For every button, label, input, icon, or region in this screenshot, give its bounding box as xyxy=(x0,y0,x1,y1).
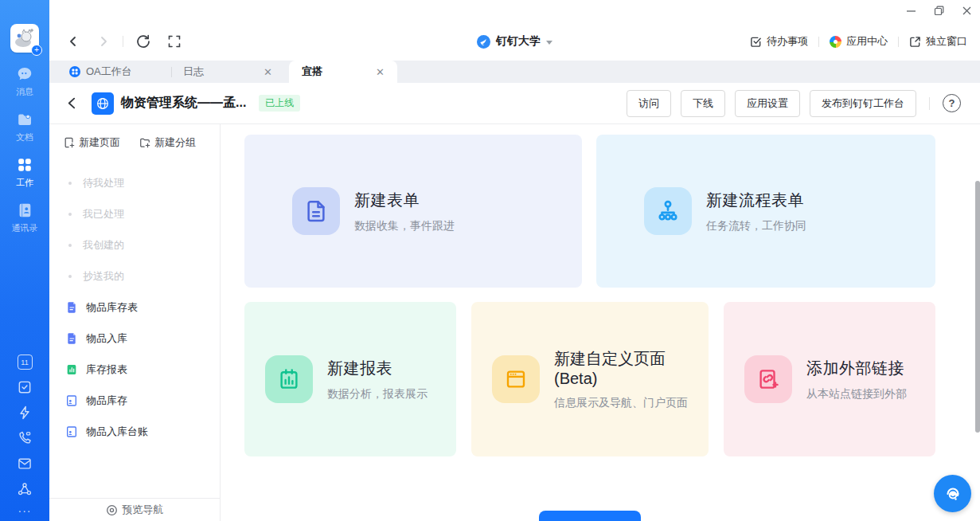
contacts-book-icon xyxy=(16,202,33,219)
todo-check-icon[interactable] xyxy=(17,379,33,395)
nav-right: 待办事项 应用中心 独立窗口 xyxy=(750,22,967,61)
restore-button[interactable] xyxy=(934,6,944,16)
publish-button[interactable]: 发布到钉钉工作台 xyxy=(810,90,916,117)
share-network-icon[interactable] xyxy=(17,481,33,497)
form-page-icon xyxy=(65,332,78,345)
todo-menu[interactable]: 待办事项 xyxy=(750,34,808,49)
tab-oa-workbench[interactable]: OA工作台 xyxy=(60,61,171,83)
rail-item-docs[interactable]: 文档 xyxy=(0,111,49,143)
help-icon[interactable]: ? xyxy=(943,94,961,112)
card-subtitle: 任务流转，工作协同 xyxy=(706,219,806,233)
status-badge: 已上线 xyxy=(259,95,300,112)
page-item-label: 物品库存 xyxy=(86,394,127,408)
form-page-icon xyxy=(65,301,78,314)
panel-actions: 新建页面 新建分组 xyxy=(49,124,220,150)
list-item-created[interactable]: 我创建的 xyxy=(49,229,220,260)
rail-item-label: 文档 xyxy=(16,131,33,143)
primary-action-button-clipped[interactable] xyxy=(539,511,641,521)
divider xyxy=(818,37,819,47)
rail-item-work[interactable]: 工作 xyxy=(0,156,49,189)
card-title: 新建流程表单 xyxy=(706,190,806,211)
rail-tools: 11 ··· xyxy=(17,355,33,515)
page-item-inbound-ledger[interactable]: 物品入库台账 xyxy=(49,416,220,447)
window-controls xyxy=(906,6,972,16)
tab-yida-active[interactable]: 宜搭 ✕ xyxy=(289,61,397,83)
new-page-icon xyxy=(64,137,75,148)
card-new-report[interactable]: 新建报表 数据分析，报表展示 xyxy=(244,302,456,456)
close-tab-icon[interactable]: ✕ xyxy=(376,66,385,78)
rail-item-label: 消息 xyxy=(16,86,33,98)
list-item-processed[interactable]: 我已处理 xyxy=(49,198,220,229)
user-avatar[interactable]: + xyxy=(10,24,39,53)
content-area: 新建表单 数据收集，事件跟进 新建流程表单 任务流转，工作协同 xyxy=(221,124,980,521)
close-tab-icon[interactable]: ✕ xyxy=(264,66,272,78)
page-item-inventory-custom[interactable]: 物品库存 xyxy=(49,385,220,416)
headset-icon xyxy=(942,483,964,505)
main-area: 钉钉大学 待办事项 应用中心 独立窗口 xyxy=(49,0,980,521)
new-page-button[interactable]: 新建页面 xyxy=(64,135,120,150)
page-item-inbound[interactable]: 物品入库 xyxy=(49,323,220,354)
more-icon[interactable]: ··· xyxy=(18,507,32,515)
offline-button[interactable]: 下线 xyxy=(681,90,725,117)
app-actions: 访问 下线 应用设置 发布到钉钉工作台 ? xyxy=(627,90,961,117)
app-settings-button[interactable]: 应用设置 xyxy=(735,90,800,117)
workspace-name: 钉钉大学 xyxy=(496,34,541,49)
rail-item-contacts[interactable]: 通讯录 xyxy=(0,202,49,234)
app-center-label: 应用中心 xyxy=(846,34,888,49)
list-item-label: 待我处理 xyxy=(83,176,124,190)
customer-support-float-button[interactable] xyxy=(934,475,971,512)
visit-button[interactable]: 访问 xyxy=(627,90,671,117)
divider xyxy=(898,37,899,47)
new-group-button[interactable]: 新建分组 xyxy=(139,135,196,150)
standalone-window-label: 独立窗口 xyxy=(926,34,967,49)
app-header: 物资管理系统——孟... 已上线 访问 下线 应用设置 发布到钉钉工作台 ? xyxy=(49,83,980,124)
folder-icon xyxy=(16,111,33,128)
rail-item-label: 工作 xyxy=(16,177,33,189)
tab-label: 宜搭 xyxy=(302,65,322,79)
card-add-external-link[interactable]: 添加外部链接 从本站点链接到外部 xyxy=(724,302,935,456)
page-panel: 新建页面 新建分组 待我处理 我已处理 我创建的 抄送我的 xyxy=(49,124,221,521)
rail-item-label: 通讯录 xyxy=(12,222,38,234)
card-subtitle: 信息展示及导航、门户页面 xyxy=(554,396,709,410)
calendar-icon[interactable]: 11 xyxy=(18,355,33,370)
tab-label: OA工作台 xyxy=(86,65,132,79)
close-button[interactable] xyxy=(962,6,972,16)
back-to-list-icon[interactable] xyxy=(65,96,79,110)
oa-grid-icon xyxy=(69,66,80,77)
page-item-label: 物品入库 xyxy=(86,331,127,346)
list-item-label: 我已处理 xyxy=(83,207,124,221)
list-item-label: 我创建的 xyxy=(83,238,124,253)
list-item-cc[interactable]: 抄送我的 xyxy=(49,260,220,292)
workspace-icon xyxy=(477,35,490,49)
page-item-inventory-report[interactable]: 库存报表 xyxy=(49,354,220,385)
form-doc-icon xyxy=(292,187,340,235)
lightning-icon[interactable] xyxy=(17,405,33,421)
tab-log[interactable]: 日志 ✕ xyxy=(172,61,283,83)
list-item-pending[interactable]: 待我处理 xyxy=(49,167,220,198)
new-page-label: 新建页面 xyxy=(79,135,120,150)
app-center-icon xyxy=(830,36,841,48)
card-new-custom-page[interactable]: 新建自定义页面(Beta) 信息展示及导航、门户页面 xyxy=(471,302,709,456)
call-icon[interactable] xyxy=(17,430,33,446)
app-globe-icon[interactable] xyxy=(92,92,114,115)
work-grid-icon xyxy=(16,156,33,174)
app-center-menu[interactable]: 应用中心 xyxy=(830,34,888,49)
report-page-icon xyxy=(65,363,78,376)
card-title: 添加外部链接 xyxy=(806,358,907,379)
preview-nav-button[interactable]: 预览导航 xyxy=(49,498,220,521)
rail-item-messages[interactable]: 消息 xyxy=(0,65,49,98)
preview-nav-label: 预览导航 xyxy=(123,503,164,517)
standalone-window-menu[interactable]: 独立窗口 xyxy=(909,34,967,49)
page-item-inventory-table[interactable]: 物品库存表 xyxy=(49,292,220,323)
card-new-form[interactable]: 新建表单 数据收集，事件跟进 xyxy=(244,135,582,288)
card-subtitle: 数据分析，报表展示 xyxy=(327,387,428,402)
card-title: 新建报表 xyxy=(327,358,428,379)
card-new-flow-form[interactable]: 新建流程表单 任务流转，工作协同 xyxy=(596,135,935,288)
tab-strip: OA工作台 日志 ✕ 宜搭 ✕ xyxy=(49,61,980,83)
vertical-scrollbar-thumb[interactable] xyxy=(975,181,980,433)
minimize-button[interactable] xyxy=(906,6,916,16)
avatar-add-badge[interactable]: + xyxy=(31,45,42,56)
mail-icon[interactable] xyxy=(17,456,33,472)
chat-bubble-icon xyxy=(16,65,33,83)
app-title: 物资管理系统——孟... xyxy=(121,95,246,112)
